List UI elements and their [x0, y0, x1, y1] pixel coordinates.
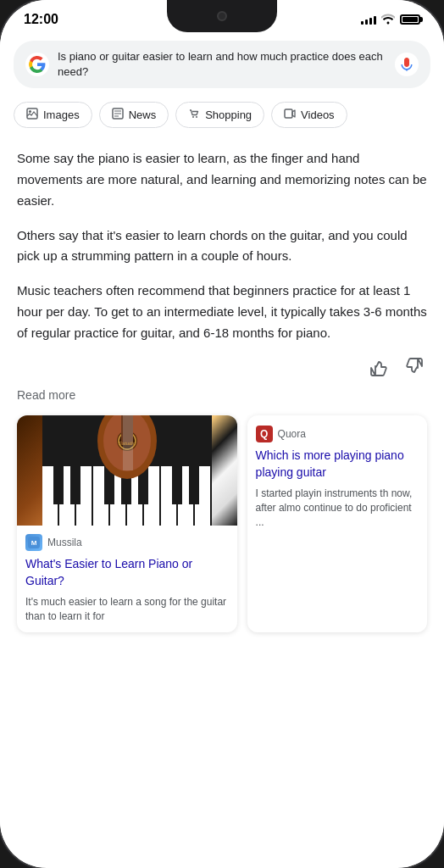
status-icons	[361, 13, 420, 27]
quora-logo: Q	[256, 426, 273, 442]
notch	[167, 0, 277, 32]
search-bar-container: Is piano or guitar easier to learn and h…	[0, 34, 444, 95]
quora-article-title: Which is more playing piano playing guit…	[256, 448, 419, 481]
tab-videos[interactable]: Videos	[271, 102, 347, 128]
signal-icon	[361, 14, 376, 25]
quora-article-snippet: I started playin instruments th now, aft…	[256, 487, 419, 531]
svg-rect-27	[172, 466, 182, 504]
articles-row: Estudio M Mussila	[17, 415, 427, 632]
quora-source-row: Q Quora	[256, 426, 419, 442]
wifi-icon	[381, 13, 395, 27]
mussila-article-snippet: It's much easier to learn a song for the…	[25, 595, 229, 625]
tab-images[interactable]: Images	[14, 102, 92, 128]
status-time: 12:00	[24, 12, 58, 27]
mussila-article-title: What's Easier to Learn Piano or Guitar?	[25, 556, 229, 589]
microphone-icon[interactable]	[395, 53, 419, 76]
mussila-logo: M	[25, 534, 42, 551]
search-bar[interactable]: Is piano or guitar easier to learn and h…	[14, 41, 430, 88]
news-label: News	[129, 108, 157, 121]
thumbs-down-icon	[403, 357, 424, 377]
news-icon	[112, 108, 124, 122]
videos-icon	[284, 108, 296, 122]
search-query-text: Is piano or guitar easier to learn and h…	[58, 49, 386, 80]
ai-summary: Some say the piano is easier to learn, a…	[17, 148, 427, 343]
thumbs-up-button[interactable]	[369, 357, 390, 381]
shopping-icon	[188, 108, 200, 122]
svg-rect-28	[189, 466, 199, 504]
images-label: Images	[43, 108, 80, 121]
mussila-source-row: M Mussila	[25, 534, 229, 551]
tab-news[interactable]: News	[99, 102, 169, 128]
phone-screen: 12:00	[0, 0, 444, 868]
videos-label: Videos	[301, 108, 335, 121]
article-card-mussila[interactable]: Estudio M Mussila	[17, 415, 237, 632]
thumbs-up-icon	[369, 357, 390, 377]
front-camera	[217, 11, 227, 21]
quora-article-body: Q Quora Which is more playing piano play…	[247, 415, 427, 538]
quora-logo-letter: Q	[260, 428, 268, 440]
svg-rect-22	[53, 466, 64, 504]
svg-point-9	[196, 116, 197, 118]
mussila-article-body: M Mussila What's Easier to Learn Piano o…	[17, 526, 237, 632]
svg-text:Estudio: Estudio	[119, 441, 136, 446]
guitar-piano-illustration: Estudio	[42, 415, 212, 526]
images-icon	[26, 108, 38, 122]
phone-frame: 12:00	[0, 0, 444, 868]
summary-paragraph-2: Others say that it's easier to learn cho…	[17, 225, 427, 268]
summary-paragraph-3: Music teachers often recommend that begi…	[17, 281, 427, 343]
svg-rect-23	[70, 466, 80, 504]
summary-paragraph-1: Some say the piano is easier to learn, a…	[17, 148, 427, 211]
svg-text:M: M	[31, 539, 37, 547]
google-logo	[25, 53, 49, 76]
svg-point-3	[29, 110, 31, 113]
article-card-quora[interactable]: Q Quora Which is more playing piano play…	[247, 415, 427, 632]
thumbs-down-button[interactable]	[403, 357, 424, 381]
quora-source-name: Quora	[278, 428, 306, 440]
read-more-link[interactable]: Read more	[17, 388, 427, 402]
mussila-source-name: Mussila	[47, 537, 82, 548]
battery-icon	[400, 14, 420, 25]
shopping-label: Shopping	[205, 108, 252, 121]
content-area: Some say the piano is easier to learn, a…	[0, 135, 444, 867]
tab-shopping[interactable]: Shopping	[175, 102, 264, 128]
summary-actions	[17, 357, 427, 381]
svg-rect-10	[285, 109, 292, 118]
article-image-guitar: Estudio	[17, 415, 237, 526]
svg-point-8	[192, 116, 194, 118]
filter-tabs: Images News	[0, 95, 444, 135]
